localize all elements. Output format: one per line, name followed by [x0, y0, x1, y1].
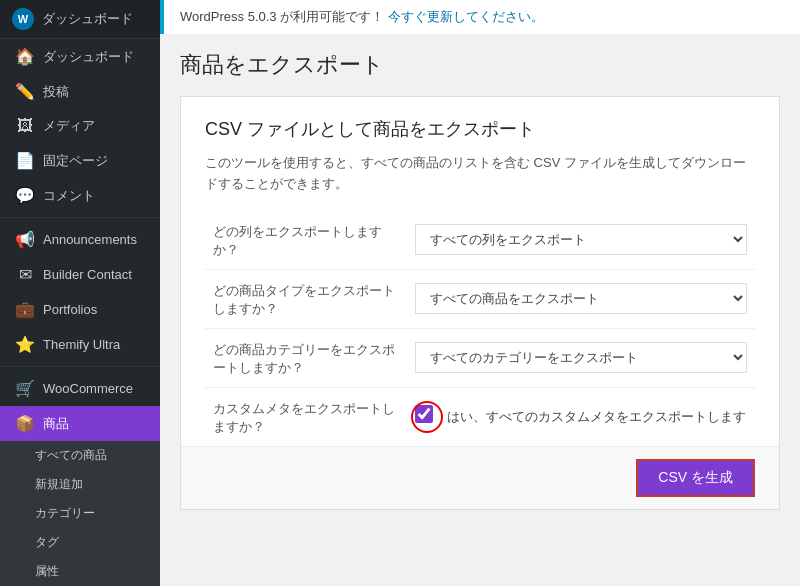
update-link[interactable]: 今すぐ更新してください。 [388, 9, 544, 24]
sidebar-item-label: 固定ページ [43, 152, 108, 170]
sidebar-item-portfolios[interactable]: 💼 Portfolios [0, 292, 160, 327]
products-icon: 📦 [15, 414, 35, 433]
sidebar-separator2 [0, 366, 160, 367]
sidebar-item-builder-contact[interactable]: ✉ Builder Contact [0, 257, 160, 292]
pages-icon: 📄 [15, 151, 35, 170]
sidebar-item-woocommerce[interactable]: 🛒 WooCommerce [0, 371, 160, 406]
sidebar-item-label: 属性 [35, 563, 59, 580]
sidebar-item-label: メディア [43, 117, 95, 135]
sidebar-item-announcements[interactable]: 📢 Announcements [0, 222, 160, 257]
announcements-icon: 📢 [15, 230, 35, 249]
sidebar-item-comments[interactable]: 💬 コメント [0, 178, 160, 213]
sidebar-item-label: タグ [35, 534, 59, 551]
builder-contact-icon: ✉ [15, 265, 35, 284]
page-title: 商品をエクスポート [180, 50, 780, 80]
sidebar-logo[interactable]: W ダッシュボード [0, 0, 160, 39]
sidebar-item-label: コメント [43, 187, 95, 205]
sidebar-item-add-new[interactable]: 新規追加 [0, 470, 160, 499]
update-notice: WordPress 5.0.3 が利用可能です！ 今すぐ更新してください。 [160, 0, 800, 34]
sidebar-item-label: Builder Contact [43, 267, 132, 282]
export-type-select[interactable]: すべての商品をエクスポート [415, 283, 747, 314]
dashboard-icon: 🏠 [15, 47, 35, 66]
export-category-select[interactable]: すべてのカテゴリーをエクスポート [415, 342, 747, 373]
portfolios-icon: 💼 [15, 300, 35, 319]
card-description: このツールを使用すると、すべての商品のリストを含む CSV ファイルを生成してダ… [205, 153, 755, 195]
export-row-columns: どの列をエクスポートしますか？ すべての列をエクスポート [205, 211, 755, 270]
sidebar-item-label: Announcements [43, 232, 137, 247]
sidebar-item-tags[interactable]: タグ [0, 528, 160, 557]
sidebar-item-all-products[interactable]: すべての商品 [0, 441, 160, 470]
sidebar-item-label: カテゴリー [35, 505, 95, 522]
main-content: WordPress 5.0.3 が利用可能です！ 今すぐ更新してください。 商品… [160, 0, 800, 586]
woocommerce-icon: 🛒 [15, 379, 35, 398]
media-icon: 🖼 [15, 117, 35, 135]
sidebar-submenu-products: すべての商品 新規追加 カテゴリー タグ 属性 Product Im-Ex [0, 441, 160, 586]
sidebar-item-label: 商品 [43, 415, 69, 433]
export-form-table: どの列をエクスポートしますか？ すべての列をエクスポート どの商品タイプをエクス… [205, 211, 755, 446]
sidebar-item-posts[interactable]: ✏️ 投稿 [0, 74, 160, 109]
sidebar-item-label: Themify Ultra [43, 337, 120, 352]
sidebar-item-media[interactable]: 🖼 メディア [0, 109, 160, 143]
custom-meta-checkbox-row: はい、すべてのカスタムメタをエクスポートします [415, 405, 747, 429]
generate-csv-button[interactable]: CSV を生成 [636, 459, 755, 497]
sidebar-item-label: すべての商品 [35, 447, 107, 464]
export-row-meta-label: カスタムメタをエクスポートしますか？ [205, 387, 415, 446]
themify-icon: ⭐ [15, 335, 35, 354]
export-card: CSV ファイルとして商品をエクスポート このツールを使用すると、すべての商品の… [180, 96, 780, 510]
export-columns-select[interactable]: すべての列をエクスポート [415, 224, 747, 255]
sidebar-item-label: 新規追加 [35, 476, 83, 493]
export-row-type-label: どの商品タイプをエクスポートしますか？ [205, 269, 415, 328]
sidebar-item-label: ダッシュボード [43, 48, 134, 66]
export-row-type: どの商品タイプをエクスポートしますか？ すべての商品をエクスポート [205, 269, 755, 328]
notice-text: WordPress 5.0.3 が利用可能です！ [180, 9, 384, 24]
page-content: 商品をエクスポート CSV ファイルとして商品をエクスポート このツールを使用す… [160, 34, 800, 586]
sidebar-logo-text: ダッシュボード [42, 10, 133, 28]
sidebar-item-products[interactable]: 📦 商品 [0, 406, 160, 441]
custom-meta-checkbox-wrapper [415, 405, 439, 429]
custom-meta-checkbox-label: はい、すべてのカスタムメタをエクスポートします [447, 408, 746, 426]
export-row-meta: カスタムメタをエクスポートしますか？ はい、すべてのカスタムメタをエクスポートし… [205, 387, 755, 446]
comments-icon: 💬 [15, 186, 35, 205]
sidebar-item-label: 投稿 [43, 83, 69, 101]
export-row-category: どの商品カテゴリーをエクスポートしますか？ すべてのカテゴリーをエクスポート [205, 328, 755, 387]
sidebar-separator [0, 217, 160, 218]
wp-icon: W [12, 8, 34, 30]
sidebar-item-pages[interactable]: 📄 固定ページ [0, 143, 160, 178]
sidebar-item-dashboard[interactable]: 🏠 ダッシュボード [0, 39, 160, 74]
sidebar: W ダッシュボード 🏠 ダッシュボード ✏️ 投稿 🖼 メディア 📄 固定ページ… [0, 0, 160, 586]
export-row-category-label: どの商品カテゴリーをエクスポートしますか？ [205, 328, 415, 387]
sidebar-item-label: Portfolios [43, 302, 97, 317]
export-row-columns-label: どの列をエクスポートしますか？ [205, 211, 415, 270]
sidebar-item-label: WooCommerce [43, 381, 133, 396]
card-footer: CSV を生成 [181, 446, 779, 509]
card-title: CSV ファイルとして商品をエクスポート [205, 117, 755, 141]
sidebar-item-themify[interactable]: ⭐ Themify Ultra [0, 327, 160, 362]
custom-meta-checkbox[interactable] [415, 405, 433, 423]
posts-icon: ✏️ [15, 82, 35, 101]
sidebar-item-categories[interactable]: カテゴリー [0, 499, 160, 528]
sidebar-item-attributes[interactable]: 属性 [0, 557, 160, 586]
